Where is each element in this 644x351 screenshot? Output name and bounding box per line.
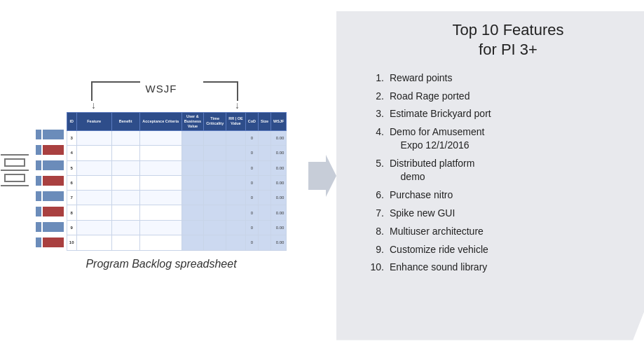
row-user-value bbox=[181, 220, 203, 235]
row-rroe bbox=[226, 220, 246, 235]
item-number: 2. bbox=[364, 90, 384, 103]
main-container: WSJF ↓ ↓ bbox=[0, 0, 644, 351]
row-wsjf: 0.00 bbox=[271, 220, 287, 235]
row-size bbox=[259, 191, 271, 205]
row-benefit bbox=[111, 146, 139, 160]
row-rroe bbox=[226, 191, 246, 205]
item-number: 4. bbox=[364, 125, 384, 139]
row-acceptance bbox=[139, 191, 181, 205]
spreadsheet-wrapper: ID Feature Benefit Acceptance Criteria U… bbox=[36, 112, 287, 251]
list-item: 1. Reward points bbox=[364, 71, 644, 85]
row-rroe bbox=[226, 146, 246, 160]
table-row: 10 0 0.00 bbox=[67, 235, 287, 250]
bar-left-icon bbox=[36, 238, 41, 247]
table-row: 5 0 0.00 bbox=[67, 160, 287, 175]
row-user-value bbox=[181, 160, 203, 175]
row-feature bbox=[76, 191, 111, 205]
row-wsjf: 0.00 bbox=[271, 146, 287, 160]
features-title: Top 10 Features for PI 3+ bbox=[364, 20, 644, 60]
row-size bbox=[259, 235, 271, 250]
row-cod: 0 bbox=[245, 191, 258, 205]
col-feature: Feature bbox=[76, 112, 111, 130]
feature-color-bars bbox=[36, 112, 64, 251]
item-number: 6. bbox=[364, 188, 384, 202]
features-panel: Top 10 Features for PI 3+ 1. Reward poin… bbox=[336, 8, 644, 344]
row-time bbox=[204, 146, 226, 160]
col-acceptance: Acceptance Criteria bbox=[139, 112, 181, 130]
row-id: 5 bbox=[67, 160, 76, 175]
row-time bbox=[204, 175, 226, 190]
bar-right-blue bbox=[43, 160, 64, 170]
row-acceptance bbox=[139, 130, 181, 145]
row-size bbox=[259, 205, 271, 220]
row-rroe bbox=[226, 235, 246, 250]
bar-right-red bbox=[43, 145, 64, 155]
bar-right-red bbox=[43, 207, 64, 216]
table-row: 6 0 0.00 bbox=[67, 175, 287, 190]
row-size bbox=[259, 220, 271, 235]
row-size bbox=[259, 160, 271, 175]
row-cod: 0 bbox=[245, 235, 258, 250]
row-benefit bbox=[111, 220, 139, 235]
row-time bbox=[204, 130, 226, 145]
bar-left-icon bbox=[36, 222, 41, 232]
wsjf-bracket-right bbox=[203, 81, 238, 101]
list-item: 2. Road Rage ported bbox=[364, 90, 644, 103]
list-item: 4. Demo for Amusement Expo 12/1/2016 bbox=[364, 125, 644, 152]
row-user-value bbox=[181, 205, 203, 220]
bar-row bbox=[36, 220, 64, 234]
bar-row bbox=[36, 143, 64, 157]
row-size bbox=[259, 130, 271, 145]
left-panel: WSJF ↓ ↓ bbox=[14, 81, 308, 270]
row-id: 4 bbox=[67, 146, 76, 160]
bar-row bbox=[36, 189, 64, 203]
row-benefit bbox=[111, 205, 139, 220]
row-cod: 0 bbox=[245, 175, 258, 190]
bar-left-icon bbox=[36, 145, 41, 155]
item-text: Distributed platform demo bbox=[390, 157, 474, 184]
item-number: 9. bbox=[364, 243, 384, 256]
item-text: Enhance sound library bbox=[390, 261, 487, 274]
row-acceptance bbox=[139, 235, 181, 250]
bar-left-icon bbox=[36, 160, 41, 170]
row-size bbox=[259, 175, 271, 190]
row-acceptance bbox=[139, 175, 181, 190]
item-number: 1. bbox=[364, 71, 384, 85]
item-text: Spike new GUI bbox=[390, 207, 455, 220]
row-time bbox=[204, 160, 226, 175]
table-row: 8 0 0.00 bbox=[67, 205, 287, 220]
bar-row bbox=[36, 128, 64, 142]
bar-row bbox=[36, 235, 64, 249]
row-wsjf: 0.00 bbox=[271, 160, 287, 175]
row-feature bbox=[76, 235, 111, 250]
item-text: Road Rage ported bbox=[390, 90, 470, 103]
bar-left-icon bbox=[36, 176, 41, 186]
bar-right-blue bbox=[43, 191, 64, 201]
features-list: 1. Reward points 2. Road Rage ported 3. … bbox=[364, 71, 644, 280]
bar-right-blue bbox=[43, 222, 64, 232]
row-time bbox=[204, 205, 226, 220]
item-text: Reward points bbox=[390, 71, 453, 85]
row-user-value bbox=[181, 146, 203, 160]
bar-right-red bbox=[43, 238, 64, 247]
wsjf-arrow-left-icon: ↓ bbox=[91, 99, 96, 111]
row-size bbox=[259, 146, 271, 160]
row-wsjf: 0.00 bbox=[271, 130, 287, 145]
row-user-value bbox=[181, 130, 203, 145]
row-feature bbox=[76, 220, 111, 235]
right-panel: Top 10 Features for PI 3+ 1. Reward poin… bbox=[336, 8, 644, 344]
item-number: 5. bbox=[364, 157, 384, 170]
list-item: 7. Spike new GUI bbox=[364, 207, 644, 220]
table-row: 3 0 0.00 bbox=[67, 130, 287, 145]
row-cod: 0 bbox=[245, 205, 258, 220]
row-acceptance bbox=[139, 220, 181, 235]
col-user-value: User &BusinessValue bbox=[181, 112, 203, 130]
row-user-value bbox=[181, 191, 203, 205]
row-feature bbox=[76, 146, 111, 160]
table-row: 4 0 0.00 bbox=[67, 146, 287, 160]
row-wsjf: 0.00 bbox=[271, 235, 287, 250]
col-id: ID bbox=[67, 112, 76, 130]
row-rroe bbox=[226, 160, 246, 175]
row-wsjf: 0.00 bbox=[271, 191, 287, 205]
row-id: 6 bbox=[67, 175, 76, 190]
